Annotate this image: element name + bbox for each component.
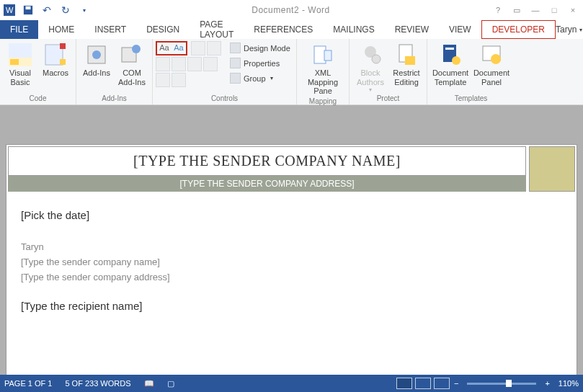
tab-view[interactable]: VIEW (439, 20, 481, 39)
zoom-thumb[interactable] (506, 380, 512, 387)
word-icon: W (1, 2, 17, 18)
svg-rect-15 (324, 50, 331, 61)
ribbon-display-icon[interactable]: ▭ (508, 3, 525, 18)
web-layout-icon[interactable] (434, 378, 450, 389)
proofing-icon[interactable]: 📖 (144, 379, 154, 388)
svg-point-24 (491, 54, 501, 64)
print-layout-icon[interactable] (415, 378, 431, 389)
block-label: Block Authors (357, 68, 384, 86)
tab-layout[interactable]: PAGE LAYOUT (190, 20, 244, 39)
macros-label: Macros (43, 68, 68, 78)
logo-placeholder[interactable] (529, 146, 575, 192)
tab-review[interactable]: REVIEW (385, 20, 439, 39)
svg-rect-8 (60, 43, 66, 49)
date-control-button[interactable] (203, 57, 218, 71)
group-addins: Add-Ins COM Add-Ins Add-Ins (76, 39, 153, 104)
status-bar: PAGE 1 OF 1 5 OF 233 WORDS 📖 ▢ − + 110% (0, 375, 583, 392)
legacy-tools-button[interactable] (172, 73, 186, 87)
ribbon: Visual Basic Macros Code Add-Ins COM Add… (0, 39, 583, 105)
svg-rect-21 (445, 48, 454, 50)
doc-panel-button[interactable]: Document Panel (471, 40, 512, 86)
macros-button[interactable]: Macros (38, 40, 73, 78)
qat-dropdown-icon[interactable]: ▾ (76, 2, 92, 18)
undo-icon[interactable]: ↶ (39, 2, 55, 18)
group-protect: Block Authors▾ Restrict Editing Protect (350, 39, 427, 104)
doc-template-label: Document Template (432, 68, 468, 86)
svg-rect-4 (9, 43, 32, 58)
rich-text-control-button[interactable]: Aa (158, 43, 171, 53)
visual-basic-button[interactable]: Visual Basic (3, 40, 37, 86)
group-button[interactable]: Group▾ (227, 71, 293, 86)
sender-company-name[interactable]: [TYPE THE SENDER COMPANY NAME] (8, 146, 526, 176)
author-field[interactable]: Taryn (21, 241, 562, 252)
date-field[interactable]: [Pick the date] (21, 209, 562, 221)
addins-group-label: Add-Ins (79, 93, 149, 104)
letter-body: [Pick the date] Taryn [Type the sender c… (6, 193, 577, 332)
zoom-slider[interactable] (467, 383, 536, 385)
restrict-editing-button[interactable]: Restrict Editing (389, 40, 424, 86)
window-title: Document2 - Word (92, 5, 489, 15)
repeat-control-button[interactable] (156, 73, 170, 87)
code-group-label: Code (3, 93, 73, 104)
tab-insert[interactable]: INSERT (84, 20, 136, 39)
doc-template-button[interactable]: Document Template (430, 40, 471, 86)
design-mode-button[interactable]: Design Mode (227, 40, 293, 55)
zoom-in-button[interactable]: + (545, 379, 549, 388)
combo-control-button[interactable] (172, 57, 186, 71)
templates-group-label: Templates (430, 93, 512, 104)
tab-developer[interactable]: DEVELOPER (481, 20, 556, 39)
checkbox-control-button[interactable] (156, 57, 170, 71)
zoom-out-button[interactable]: − (454, 379, 458, 388)
svg-rect-9 (60, 59, 66, 65)
tab-home[interactable]: HOME (38, 20, 84, 39)
read-mode-icon[interactable] (396, 378, 412, 389)
user-dropdown-icon[interactable]: ▾ (579, 27, 582, 33)
word-count[interactable]: 5 OF 233 WORDS (65, 379, 130, 388)
tab-design[interactable]: DESIGN (136, 20, 190, 39)
save-icon[interactable] (20, 2, 36, 18)
xml-mapping-button[interactable]: XML Mapping Pane (300, 40, 346, 96)
svg-point-17 (372, 55, 380, 63)
group-code: Visual Basic Macros Code (0, 39, 76, 104)
page[interactable]: [TYPE THE SENDER COMPANY NAME] [TYPE THE… (6, 144, 577, 375)
dropdown-control-button[interactable] (187, 57, 202, 71)
svg-point-13 (132, 45, 141, 53)
user-name[interactable]: Taryn (556, 24, 577, 35)
plain-text-control-button[interactable]: Aa (172, 43, 185, 53)
com-addins-button[interactable]: COM Add-Ins (115, 40, 149, 86)
maximize-icon[interactable]: □ (546, 3, 563, 18)
tab-references[interactable]: REFERENCES (244, 20, 323, 39)
group-mapping: XML Mapping Pane Mapping (297, 39, 350, 104)
macro-rec-icon[interactable]: ▢ (167, 379, 174, 388)
picture-control-button[interactable] (191, 41, 205, 55)
sender-addr-field[interactable]: [Type the sender company address] (21, 272, 562, 282)
document-area[interactable]: [TYPE THE SENDER COMPANY NAME] [TYPE THE… (0, 105, 583, 375)
user-area: Taryn ▾ (556, 20, 583, 39)
svg-point-22 (452, 56, 460, 65)
properties-icon (230, 58, 241, 68)
tab-file[interactable]: FILE (0, 20, 38, 39)
help-icon[interactable]: ? (489, 3, 507, 18)
svg-rect-3 (26, 6, 31, 9)
group-icon (230, 73, 241, 84)
title-bar: W ↶ ↻ ▾ Document2 - Word ? ▭ — □ × (0, 0, 583, 20)
properties-button[interactable]: Properties (227, 55, 293, 71)
protect-group-label: Protect (352, 93, 424, 104)
redo-icon[interactable]: ↻ (58, 2, 74, 18)
addins-button[interactable]: Add-Ins (79, 40, 114, 78)
zoom-level[interactable]: 110% (558, 379, 579, 388)
aa-highlight: Aa Aa (156, 41, 187, 55)
sender-name-field[interactable]: [Type the sender company name] (21, 257, 562, 267)
tab-mailings[interactable]: MAILINGS (323, 20, 384, 39)
vb-label: Visual Basic (9, 68, 31, 86)
block-authors-button: Block Authors▾ (352, 40, 388, 93)
addins-label: Add-Ins (83, 68, 110, 78)
svg-point-11 (92, 50, 101, 59)
sender-company-address[interactable]: [TYPE THE SENDER COMPANY ADDRESS] (8, 176, 526, 192)
minimize-icon[interactable]: — (527, 3, 544, 18)
chevron-down-icon: ▾ (369, 86, 372, 93)
recipient-field[interactable]: [Type the recipient name] (21, 300, 562, 312)
building-block-control-button[interactable] (207, 41, 221, 55)
page-count[interactable]: PAGE 1 OF 1 (4, 379, 52, 388)
close-icon[interactable]: × (564, 3, 582, 18)
